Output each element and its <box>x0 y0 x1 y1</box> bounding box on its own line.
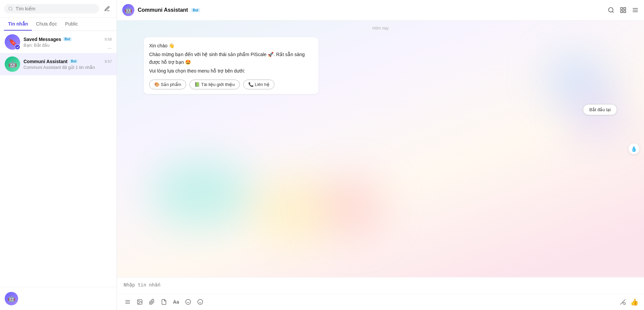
restart-button[interactable]: Bắt đầu lại <box>583 104 617 115</box>
sidebar-bottom: 🤖 <box>0 287 117 310</box>
compose-button[interactable] <box>102 3 113 14</box>
toolbar-font-button[interactable]: Aa <box>171 297 181 307</box>
chat-header-bot-badge: Bot <box>191 8 201 12</box>
conv-more-saved[interactable]: ··· <box>108 45 112 51</box>
conv-info-saved: Saved Messages Bot 9:58 Bạn: Bắt đầu <box>24 37 112 48</box>
toolbar-attach-button[interactable] <box>146 297 157 307</box>
message-line3: Vui lòng lựa chọn theo menu hỗ trợ bên d… <box>149 67 313 75</box>
svg-line-1 <box>11 10 12 11</box>
conversation-list: 🔖 Saved Messages Bot 9:58 Bạn: Bắt đầu ·… <box>0 31 117 287</box>
quick-reply-tai-lieu[interactable]: 📗 Tài liệu giới thiệu <box>189 80 240 89</box>
message-input[interactable] <box>117 277 644 292</box>
search-input-wrap <box>4 4 99 13</box>
bot-badge-saved: Bot <box>63 37 72 41</box>
toolbar-menu-button[interactable] <box>122 297 133 307</box>
avatar-communi: 🤖 <box>5 56 20 72</box>
search-icon <box>8 6 13 11</box>
chat-header: 🤖 Communi Assistant Bot <box>117 0 644 20</box>
chat-input-area: Aa 👍 <box>117 277 644 310</box>
search-bar <box>0 0 117 18</box>
send-button[interactable]: 👍 <box>630 298 639 306</box>
quick-replies: 🎨 Sản phẩm 📗 Tài liệu giới thiệu 📞 Liên … <box>149 80 313 89</box>
conv-item-communi[interactable]: 🤖 Communi Assistant Bot 9:57 Communi Ass… <box>0 53 117 75</box>
date-separator: Hôm nay <box>117 20 644 34</box>
chat-body: Hôm nay Xin chào 👋 Chào mừng bạn đến với… <box>117 20 644 277</box>
chat-area: 🤖 Communi Assistant Bot <box>117 0 644 310</box>
conv-name-saved: Saved Messages <box>24 37 61 42</box>
chat-header-name: Communi Assistant <box>138 7 188 13</box>
sidebar: Tin nhắn Chưa đọc Public 🔖 Saved Message… <box>0 0 117 310</box>
svg-rect-4 <box>621 8 623 10</box>
svg-point-15 <box>138 301 139 301</box>
conv-header-communi: Communi Assistant Bot 9:57 <box>24 59 112 64</box>
toolbar-voice-button[interactable] <box>617 297 628 307</box>
svg-rect-5 <box>624 8 626 10</box>
toolbar-right: 👍 <box>617 297 639 307</box>
message-line2: Chào mừng bạn đến với hệ sinh thái sản p… <box>149 51 313 66</box>
toolbar-image-button[interactable] <box>134 297 145 307</box>
svg-point-19 <box>198 300 203 305</box>
conv-name-communi: Communi Assistant <box>24 59 68 64</box>
toolbar-sticker-button[interactable] <box>195 297 206 307</box>
chat-toolbar: Aa 👍 <box>117 294 644 310</box>
toolbar-emoji-button[interactable] <box>183 297 194 307</box>
contacts-header-button[interactable] <box>620 7 627 13</box>
conv-info-communi: Communi Assistant Bot 9:57 Communi Assis… <box>24 59 112 70</box>
menu-header-button[interactable] <box>632 7 639 13</box>
user-avatar[interactable]: 🤖 <box>5 292 18 305</box>
conv-time-communi: 9:57 <box>105 59 112 63</box>
search-header-button[interactable] <box>608 7 614 13</box>
tab-public[interactable]: Public <box>61 18 82 31</box>
messages-area: Xin chào 👋 Chào mừng bạn đến với hệ sinh… <box>117 34 644 101</box>
message-line1: Xin chào 👋 <box>149 42 313 49</box>
conv-time-saved: 9:58 <box>105 37 112 41</box>
avatar-saved-messages: 🔖 <box>5 34 20 50</box>
tab-chua-doc[interactable]: Chưa đọc <box>32 18 61 31</box>
svg-point-16 <box>186 300 191 305</box>
toolbar-file-button[interactable] <box>159 297 169 307</box>
quick-reply-lien-he[interactable]: 📞 Liên hệ <box>243 80 274 89</box>
chat-logo-emoji: 🤖 <box>125 6 132 14</box>
svg-point-0 <box>9 7 12 10</box>
conv-item-saved-messages[interactable]: 🔖 Saved Messages Bot 9:58 Bạn: Bắt đầu ·… <box>0 31 117 53</box>
restart-btn-wrap: Bắt đầu lại <box>117 101 644 122</box>
chat-logo: 🤖 <box>122 4 134 16</box>
tabs: Tin nhắn Chưa đọc Public <box>0 18 117 31</box>
blob-yellow <box>251 176 335 243</box>
blob-teal <box>151 160 251 227</box>
chat-header-actions <box>608 7 639 13</box>
conv-header-saved: Saved Messages Bot 9:58 <box>24 37 112 42</box>
verified-badge <box>15 44 20 50</box>
floating-water-icon: 💧 <box>629 143 639 154</box>
conv-preview-communi: Communi Assistant đã gửi 1 tin nhắn <box>24 65 112 70</box>
svg-line-3 <box>612 11 614 13</box>
message-bubble: Xin chào 👋 Chào mừng bạn đến với hệ sinh… <box>144 37 318 94</box>
conv-preview-saved: Bạn: Bắt đầu <box>24 43 112 48</box>
search-input[interactable] <box>16 6 95 11</box>
bot-badge-communi: Bot <box>69 59 78 63</box>
svg-rect-7 <box>624 11 626 13</box>
tab-tin-nhan[interactable]: Tin nhắn <box>4 18 32 31</box>
svg-point-2 <box>609 8 613 12</box>
svg-rect-6 <box>621 11 623 13</box>
quick-reply-san-pham[interactable]: 🎨 Sản phẩm <box>149 80 186 89</box>
blob-pink <box>318 176 386 237</box>
